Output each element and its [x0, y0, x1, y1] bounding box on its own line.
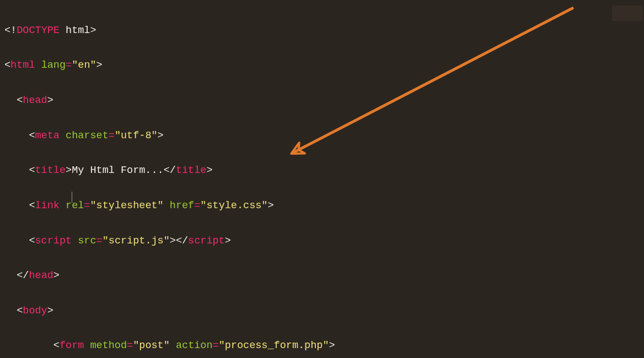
code-line: <!DOCTYPE html>	[4, 22, 644, 40]
code-line: <title>My Html Form...</title>	[4, 162, 644, 180]
code-line: <link rel="stylesheet" href="style.css">	[4, 197, 644, 215]
code-line: </head>	[4, 267, 644, 285]
text-cursor	[72, 192, 72, 203]
code-line: <meta charset="utf-8">	[4, 127, 644, 145]
minimap[interactable]	[612, 6, 643, 21]
code-line: <head>	[4, 92, 644, 110]
code-line: <script src="script.js"></script>	[4, 232, 644, 250]
code-line: <body>	[4, 302, 644, 320]
code-line: <html lang="en">	[4, 57, 644, 74]
code-line: <form method="post" action="process_form…	[4, 337, 644, 355]
code-editor[interactable]: <!DOCTYPE html> <html lang="en"> <head> …	[0, 0, 644, 358]
